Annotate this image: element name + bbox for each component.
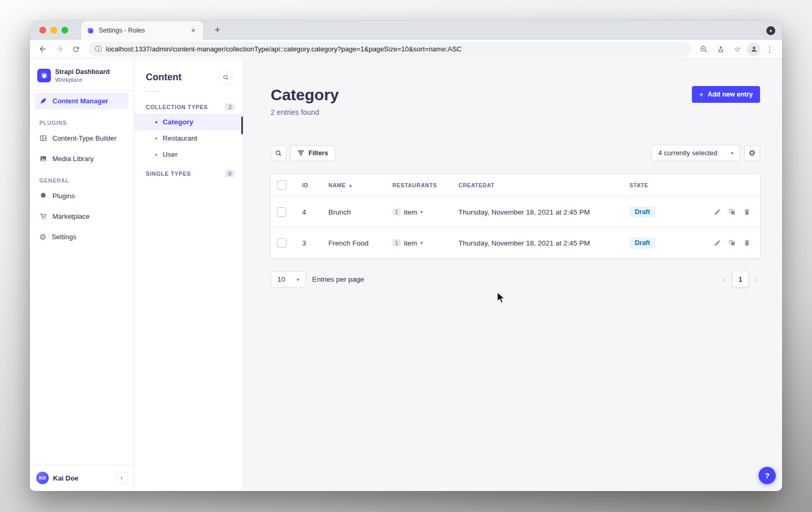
table-row[interactable]: 3 French Food 1 item ▾ Thursday, Novembe… xyxy=(271,227,760,258)
subnav-item-user[interactable]: User xyxy=(134,146,243,163)
brand-block[interactable]: Strapi Dashboard Workplace xyxy=(30,59,134,91)
subnav-title: Content xyxy=(146,72,181,83)
subnav-item-restaurant[interactable]: Restaurant xyxy=(134,130,243,146)
main-content: Category 2 entries found + Add new entry xyxy=(243,59,782,490)
chevron-down-icon: ▾ xyxy=(420,240,423,246)
bullet-icon xyxy=(155,154,157,156)
new-tab-button[interactable]: + xyxy=(210,24,225,36)
tab-close-icon[interactable]: ✕ xyxy=(189,26,198,35)
cell-restaurants[interactable]: 1 item ▾ xyxy=(392,208,458,216)
sidebar-item-label: Marketplace xyxy=(52,212,90,220)
cell-name: French Food xyxy=(328,239,392,247)
user-name: Kai Doe xyxy=(53,474,112,482)
user-avatar[interactable]: KD xyxy=(36,472,49,484)
reload-icon[interactable] xyxy=(69,42,83,57)
help-button[interactable]: ? xyxy=(758,467,776,484)
state-badge: Draft xyxy=(629,237,655,249)
edit-pencil-icon[interactable] xyxy=(714,239,721,247)
column-header-name[interactable]: NAME ▲ xyxy=(328,182,392,188)
browser-toolbar: ⓘ localhost:1337/admin/content-manager/c… xyxy=(30,40,782,59)
content-manager-icon xyxy=(39,97,47,105)
plus-icon: + xyxy=(699,90,703,99)
select-all-checkbox[interactable] xyxy=(277,180,286,190)
cell-restaurants[interactable]: 1 item ▾ xyxy=(392,239,458,247)
add-new-entry-button[interactable]: + Add new entry xyxy=(692,86,760,103)
close-window-button[interactable] xyxy=(39,27,46,34)
previous-page-icon[interactable]: ‹ xyxy=(721,275,728,284)
sidebar-item-content-type-builder[interactable]: Content-Type Builder xyxy=(35,130,129,146)
subnav-search-icon[interactable] xyxy=(219,70,232,84)
bullet-icon xyxy=(155,137,157,140)
media-library-icon xyxy=(39,155,47,163)
collapse-sidebar-icon[interactable]: ‹ xyxy=(116,472,127,484)
back-icon[interactable] xyxy=(35,42,50,57)
table-settings-gear-icon[interactable]: ⚙ xyxy=(744,145,760,161)
page-title: Category xyxy=(271,86,339,104)
strapi-logo-icon xyxy=(37,69,51,82)
fullscreen-window-button[interactable] xyxy=(61,27,68,34)
sidebar-item-settings[interactable]: ⚙ Settings xyxy=(35,229,129,245)
duplicate-icon[interactable] xyxy=(729,239,736,247)
browser-tab-bar: Settings - Roles ✕ + ▾ xyxy=(30,21,782,40)
edit-pencil-icon[interactable] xyxy=(714,208,721,216)
sidebar-section-plugins: PLUGINS xyxy=(30,111,134,128)
subnav-item-label: Restaurant xyxy=(163,134,197,142)
puzzle-icon xyxy=(39,192,47,200)
sort-asc-icon: ▲ xyxy=(348,183,353,188)
subnav-scrollbar[interactable] xyxy=(241,116,243,134)
column-header-state[interactable]: STATE xyxy=(629,182,703,188)
columns-selected-dropdown[interactable]: 4 currently selected ▾ xyxy=(651,145,740,161)
page-size-select[interactable]: 10 ▾ xyxy=(271,271,306,287)
entries-count: 2 entries found xyxy=(271,108,339,116)
row-checkbox[interactable] xyxy=(277,207,286,217)
site-info-icon[interactable]: ⓘ xyxy=(95,45,102,54)
sidebar-item-label: Content Manager xyxy=(52,97,108,105)
divider xyxy=(146,91,158,92)
browser-menu-icon[interactable]: ⋮ xyxy=(763,45,777,54)
chevron-down-icon: ▾ xyxy=(731,151,733,156)
column-header-restaurants[interactable]: RESTAURANTS xyxy=(392,182,458,188)
table-row[interactable]: 4 Brunch 1 item ▾ Thursday, November 18,… xyxy=(271,196,760,227)
next-page-icon[interactable]: › xyxy=(753,275,760,284)
share-icon[interactable] xyxy=(713,42,728,57)
table-header-row: ID NAME ▲ RESTAURANTS CREATEDAT STATE xyxy=(271,174,760,196)
cell-name: Brunch xyxy=(328,208,392,216)
sidebar-item-media-library[interactable]: Media Library xyxy=(35,151,129,167)
filters-button[interactable]: Filters xyxy=(291,145,335,161)
downloads-indicator-icon[interactable]: ▾ xyxy=(766,26,775,35)
filter-icon xyxy=(297,150,304,156)
forward-icon[interactable] xyxy=(52,42,67,57)
browser-tab[interactable]: Settings - Roles ✕ xyxy=(81,21,203,40)
tab-title: Settings - Roles xyxy=(99,27,185,34)
url-text: localhost:1337/admin/content-manager/col… xyxy=(106,45,462,53)
strapi-app: Strapi Dashboard Workplace Content Manag… xyxy=(30,59,782,490)
sidebar-item-content-manager[interactable]: Content Manager xyxy=(35,93,129,109)
subnav-item-label: User xyxy=(163,151,178,158)
sidebar-item-plugins[interactable]: Plugins xyxy=(35,188,129,204)
collection-types-label: COLLECTION TYPES xyxy=(146,104,208,110)
duplicate-icon[interactable] xyxy=(729,208,736,216)
user-block: KD Kai Doe ‹ xyxy=(30,465,134,490)
subnav-item-category[interactable]: Category xyxy=(134,114,243,130)
table-search-icon[interactable] xyxy=(271,145,286,161)
workspace-name: Workplace xyxy=(55,77,110,83)
url-bar[interactable]: ⓘ localhost:1337/admin/content-manager/c… xyxy=(89,42,691,57)
column-header-createdat[interactable]: CREATEDAT xyxy=(458,182,629,188)
row-checkbox[interactable] xyxy=(277,238,286,248)
minimize-window-button[interactable] xyxy=(50,27,57,34)
column-header-id[interactable]: ID xyxy=(302,182,328,188)
sidebar-item-marketplace[interactable]: Marketplace xyxy=(35,208,129,225)
delete-trash-icon[interactable] xyxy=(743,208,751,216)
page-number[interactable]: 1 xyxy=(733,272,748,287)
entries-table: ID NAME ▲ RESTAURANTS CREATEDAT STATE 4 … xyxy=(271,174,760,258)
delete-trash-icon[interactable] xyxy=(743,239,751,247)
bookmark-star-icon[interactable]: ☆ xyxy=(730,42,745,57)
browser-profile-avatar[interactable] xyxy=(747,42,761,56)
sidebar-item-label: Plugins xyxy=(52,192,75,200)
sidebar-item-label: Media Library xyxy=(52,155,94,163)
subnav-item-label: Category xyxy=(163,118,194,126)
browser-window: Settings - Roles ✕ + ▾ ⓘ localhost:1337/… xyxy=(30,21,782,491)
zoom-out-icon[interactable] xyxy=(697,42,711,57)
cell-id: 4 xyxy=(302,208,328,216)
bullet-icon xyxy=(155,121,157,123)
